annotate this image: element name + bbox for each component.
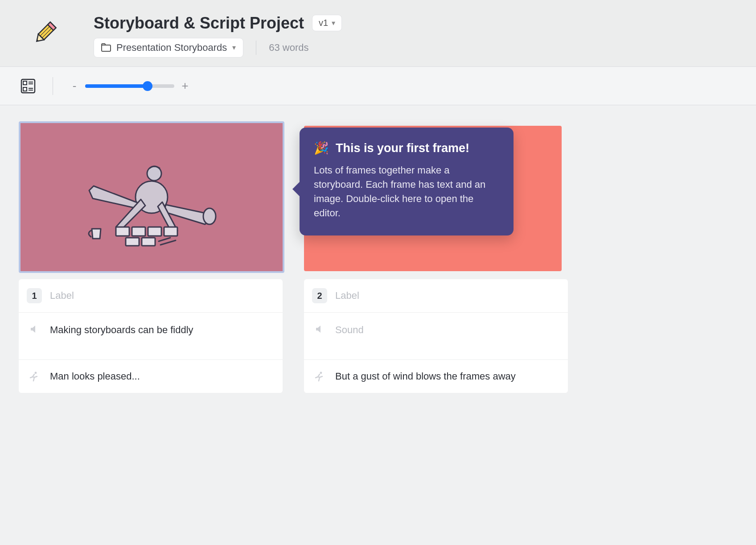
svg-rect-19 xyxy=(148,227,161,236)
zoom-out-button[interactable]: - xyxy=(70,79,79,93)
sound-row[interactable]: Sound xyxy=(304,313,568,360)
svg-rect-21 xyxy=(126,238,139,246)
svg-rect-17 xyxy=(116,227,129,236)
running-icon xyxy=(314,371,325,382)
divider xyxy=(256,41,256,55)
zoom-control: - + xyxy=(70,79,189,93)
svg-rect-20 xyxy=(164,227,177,236)
sound-input[interactable]: Making storyboards can be fiddly xyxy=(50,324,193,336)
svg-rect-22 xyxy=(142,238,155,246)
version-selector[interactable]: v1 ▾ xyxy=(312,15,342,31)
toolbar: - + xyxy=(0,67,756,105)
zoom-fill xyxy=(85,84,149,88)
speaker-icon xyxy=(315,324,325,334)
svg-rect-18 xyxy=(132,227,145,236)
folder-label: Presentation Storyboards xyxy=(116,42,227,54)
speaker-icon xyxy=(29,324,39,334)
svg-line-23 xyxy=(160,240,176,245)
folder-icon xyxy=(101,43,111,52)
sound-row[interactable]: Making storyboards can be fiddly xyxy=(19,313,283,360)
svg-point-25 xyxy=(35,372,37,374)
frame-fields: 2 Label Sound But a gust of w xyxy=(304,279,568,393)
action-input[interactable]: But a gust of wind blows the frames away xyxy=(335,371,516,382)
svg-point-16 xyxy=(203,208,216,224)
project-title[interactable]: Storyboard & Script Project xyxy=(94,14,304,33)
label-input[interactable]: Label xyxy=(50,290,74,301)
canvas: 1 Label Making storyboards can be fiddly xyxy=(0,105,756,409)
action-row[interactable]: Man looks pleased... xyxy=(19,360,283,393)
folder-selector[interactable]: Presentation Storyboards ▾ xyxy=(94,38,243,58)
version-label: v1 xyxy=(319,18,328,28)
svg-rect-9 xyxy=(23,87,27,91)
tooltip-title: 🎉 This is your first frame! xyxy=(314,141,499,155)
zoom-thumb[interactable] xyxy=(143,81,152,91)
header-main: Storyboard & Script Project v1 ▾ Present… xyxy=(76,9,756,58)
chevron-down-icon: ▾ xyxy=(232,43,236,52)
app-header: Storyboard & Script Project v1 ▾ Present… xyxy=(0,0,756,67)
action-input[interactable]: Man looks pleased... xyxy=(50,371,140,382)
frame-image[interactable] xyxy=(19,121,284,273)
grid-view-icon[interactable] xyxy=(21,78,36,94)
pencil-icon xyxy=(30,19,59,48)
svg-point-26 xyxy=(320,372,322,374)
label-input[interactable]: Label xyxy=(335,290,359,301)
tooltip-body: Lots of frames together make a storyboar… xyxy=(314,163,499,220)
frame-number: 2 xyxy=(312,288,327,303)
onboarding-tooltip: 🎉 This is your first frame! Lots of fram… xyxy=(300,128,514,235)
svg-line-24 xyxy=(159,238,170,241)
action-row[interactable]: But a gust of wind blows the frames away xyxy=(304,360,568,393)
zoom-in-button[interactable]: + xyxy=(181,79,189,93)
divider xyxy=(53,77,53,95)
word-count: 63 words xyxy=(269,42,308,54)
label-row[interactable]: 2 Label xyxy=(304,279,568,313)
chevron-down-icon: ▾ xyxy=(332,19,335,27)
logo xyxy=(13,0,76,67)
party-popper-icon: 🎉 xyxy=(314,141,329,155)
svg-rect-8 xyxy=(23,81,27,85)
frame: 1 Label Making storyboards can be fiddly xyxy=(19,121,284,393)
zoom-slider[interactable] xyxy=(85,84,174,88)
running-icon xyxy=(29,371,40,382)
frame-fields: 1 Label Making storyboards can be fiddly xyxy=(19,279,283,393)
svg-rect-6 xyxy=(102,45,111,51)
sound-input[interactable]: Sound xyxy=(335,324,364,336)
frame-number: 1 xyxy=(27,288,42,303)
illustration xyxy=(21,123,283,271)
label-row[interactable]: 1 Label xyxy=(19,279,283,313)
